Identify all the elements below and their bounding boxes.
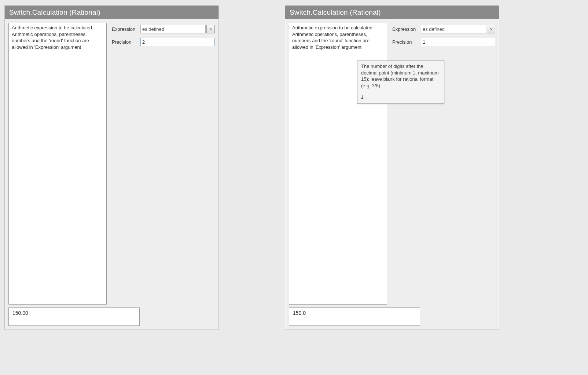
- result-box: 150.00: [8, 307, 140, 326]
- precision-input[interactable]: [421, 38, 495, 46]
- dialog-title: Switch.Calculation (Rational): [285, 6, 499, 19]
- expression-expand-button[interactable]: >: [487, 25, 495, 33]
- precision-row: Precision: [112, 38, 215, 46]
- parameters-panel: Expression > Precision: [107, 23, 215, 305]
- result-box: 150.0: [289, 307, 420, 326]
- description-box: Arithmetic expression to be calculated. …: [8, 23, 107, 305]
- dialog-body: Arithmetic expression to be calculated. …: [5, 19, 218, 306]
- chevron-right-icon: >: [490, 27, 492, 32]
- calculation-dialog: Switch.Calculation (Rational) Arithmetic…: [285, 5, 499, 330]
- expression-input[interactable]: [140, 25, 206, 33]
- expression-row: Expression >: [392, 25, 495, 33]
- calculation-dialog: Switch.Calculation (Rational) Arithmetic…: [4, 5, 219, 330]
- precision-label: Precision: [112, 39, 140, 45]
- precision-input[interactable]: [140, 38, 215, 46]
- precision-tooltip: The number of digits after the decimal p…: [357, 61, 444, 104]
- expression-expand-button[interactable]: >: [206, 25, 215, 33]
- dialog-body: Arithmetic expression to be calculated. …: [285, 19, 499, 306]
- precision-label: Precision: [392, 39, 421, 45]
- dialog-title: Switch.Calculation (Rational): [5, 6, 218, 19]
- tooltip-text: The number of digits after the decimal p…: [361, 63, 440, 89]
- screenshot-canvas: Switch.Calculation (Rational) Arithmetic…: [0, 0, 588, 375]
- chevron-right-icon: >: [209, 27, 212, 32]
- tooltip-current-value: 1: [361, 94, 440, 101]
- expression-label: Expression: [392, 26, 421, 32]
- expression-input[interactable]: [421, 25, 486, 33]
- precision-row: Precision: [392, 38, 495, 46]
- expression-row: Expression >: [112, 25, 215, 33]
- expression-label: Expression: [112, 26, 140, 32]
